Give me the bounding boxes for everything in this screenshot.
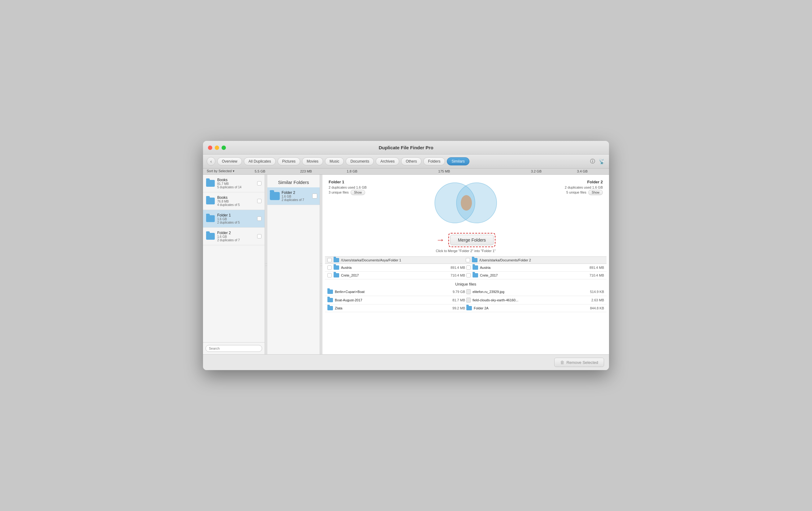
close-button[interactable]	[208, 145, 212, 150]
file-size: 891.4 MB	[451, 266, 465, 269]
doc-icon	[466, 298, 471, 302]
file-size: 710.4 MB	[451, 273, 465, 277]
row-checkbox[interactable]	[466, 273, 471, 277]
sidebar-item-size: 81.7 MB	[217, 182, 255, 186]
header-col2: /Users/starka/Documents/Folder 2	[466, 258, 604, 262]
folder2-show-button[interactable]: Show	[588, 190, 603, 195]
tab-overview[interactable]: Overview	[217, 157, 242, 165]
sidebar-search	[203, 342, 265, 354]
tab-music[interactable]: Music	[325, 157, 344, 165]
tab-others[interactable]: Others	[401, 157, 422, 165]
middle-resize-handle[interactable]: ⋮⋮	[320, 175, 322, 354]
file-name: Austria	[341, 266, 449, 269]
main-content: Books 81.7 MB 5 duplicates of 14 Books 7…	[203, 175, 609, 354]
folder-icon	[270, 192, 280, 200]
sidebar-item-dups: 2 duplicates of 5	[217, 221, 255, 224]
folder-icon	[472, 258, 477, 262]
merge-folders-button[interactable]: Merge Folders	[450, 235, 494, 245]
header-checkbox1[interactable]	[327, 258, 332, 262]
sidebar-item-checkbox[interactable]	[257, 199, 261, 203]
folder-icon	[206, 233, 215, 240]
venn-svg	[432, 180, 500, 226]
row-checkbox[interactable]	[327, 265, 332, 270]
sidebar-list: Books 81.7 MB 5 duplicates of 14 Books 7…	[203, 175, 265, 342]
sort-label[interactable]: Sort by Selected ▾	[207, 169, 235, 173]
table-row: Boat-August-2017 81.7 MB field-clouds-sk…	[325, 296, 607, 304]
toolbar-icons: ⓘ 📡	[589, 158, 605, 165]
folder2-unique: 5 unique files Show	[547, 190, 603, 195]
tab-all-duplicates[interactable]: All Duplicates	[244, 157, 276, 165]
sidebar-item[interactable]: Books 76.8 MB 4 duplicates of 5	[203, 192, 265, 210]
folder1-detail2: 3 unique files	[329, 190, 349, 194]
folder-icon	[472, 273, 478, 277]
sidebar-item-name: Folder 2	[217, 231, 255, 235]
folder2-name: Folder 2	[547, 180, 603, 184]
back-button[interactable]: ‹	[207, 157, 215, 166]
folder1-name: Folder 1	[329, 180, 384, 184]
right-panel: Folder 1 2 duplicates used 1.6 GB 3 uniq…	[322, 175, 609, 354]
merge-arrow-icon: →	[436, 235, 445, 245]
sidebar-item[interactable]: Books 81.7 MB 5 duplicates of 14	[203, 175, 265, 192]
search-input[interactable]	[205, 345, 262, 352]
file-size: 81.7 MB	[453, 298, 465, 302]
info-icon[interactable]: ⓘ	[589, 158, 596, 165]
toolbar: ‹ Overview All Duplicates Pictures Movie…	[203, 155, 609, 168]
sidebar-item-checkbox[interactable]	[257, 216, 261, 221]
tab-movies[interactable]: Movies	[302, 157, 323, 165]
pictures-size: 223 MB	[283, 169, 329, 173]
sidebar-item-checkbox[interactable]	[257, 234, 261, 239]
sidebar-item-checkbox[interactable]	[257, 181, 261, 186]
folder-icon	[327, 298, 333, 302]
file-size: 99.2 MB	[453, 306, 465, 310]
titlebar: Duplicate File Finder Pro	[203, 141, 609, 155]
sidebar-item-size: 1.6 GB	[217, 235, 255, 239]
merge-hint: Click to Merge "Folder 2" into "Folder 1…	[436, 249, 496, 253]
bottom-bar: 🗑 Remove Selected	[203, 354, 609, 370]
sidebar-item-dups: 4 duplicates of 5	[217, 203, 255, 207]
middle-item-size: 1.6 GB	[282, 195, 310, 198]
folder-icon	[206, 180, 215, 187]
middle-item-checkbox[interactable]	[312, 193, 317, 198]
traffic-lights	[208, 145, 226, 150]
file-size: 2.63 MB	[591, 298, 604, 302]
tab-documents[interactable]: Documents	[346, 157, 374, 165]
folder-icon	[206, 215, 215, 222]
unique-files-header: Unique files	[325, 279, 607, 288]
sidebar-item[interactable]: Folder 2 1.6 GB 2 duplicates of 7	[203, 227, 265, 245]
similar-folders-title: Similar Folders	[267, 175, 320, 187]
middle-panel-item[interactable]: Folder 2 1.6 GB 2 duplicates of 7	[267, 187, 320, 205]
table-row: Austria 891.4 MB Austria 891.4 MB	[325, 264, 607, 272]
all-duplicates-size: 5.5 GB	[237, 169, 283, 173]
tab-pictures[interactable]: Pictures	[278, 157, 300, 165]
folder1-unique: 3 unique files Show	[329, 190, 384, 195]
rss-icon[interactable]: 📡	[599, 158, 605, 165]
tab-archives[interactable]: Archives	[376, 157, 399, 165]
doc-icon	[466, 289, 471, 294]
header-checkbox2[interactable]	[466, 258, 470, 262]
col1-path: /Users/starka/Documents/Asya/Folder 1	[341, 258, 401, 262]
remove-selected-button[interactable]: 🗑 Remove Selected	[554, 358, 604, 367]
file-name: Crete_2017	[341, 273, 449, 277]
maximize-button[interactable]	[222, 145, 226, 150]
row-checkbox[interactable]	[466, 265, 471, 270]
sidebar-item[interactable]: Folder 1 1.6 GB 2 duplicates of 5	[203, 210, 265, 227]
minimize-button[interactable]	[215, 145, 219, 150]
tab-similars[interactable]: Similars	[447, 157, 469, 165]
header-col1: /Users/starka/Documents/Asya/Folder 1	[327, 258, 466, 262]
folder1-show-button[interactable]: Show	[351, 190, 365, 195]
others-size: 3.2 GB	[513, 169, 559, 173]
file-name: Zlata	[335, 306, 451, 310]
trash-icon: 🗑	[560, 360, 564, 365]
venn-area: Folder 1 2 duplicates used 1.6 GB 3 uniq…	[322, 175, 609, 231]
row-checkbox[interactable]	[327, 273, 332, 277]
file-name: Folder 2A	[474, 306, 588, 310]
folders-size: 3.4 GB	[559, 169, 605, 173]
folder2-detail1: 2 duplicates used 1.6 GB	[547, 186, 603, 189]
tab-folders[interactable]: Folders	[423, 157, 445, 165]
sidebar-item-size: 1.6 GB	[217, 217, 255, 221]
folder-icon	[334, 265, 339, 270]
subtoolbar: Sort by Selected ▾ 5.5 GB 223 MB 1.8 GB …	[203, 168, 609, 175]
sidebar-resize-handle[interactable]: ⋮⋮	[265, 175, 267, 354]
file-size: 844.8 KB	[590, 306, 604, 310]
sidebar-item-dups: 5 duplicates of 14	[217, 186, 255, 189]
